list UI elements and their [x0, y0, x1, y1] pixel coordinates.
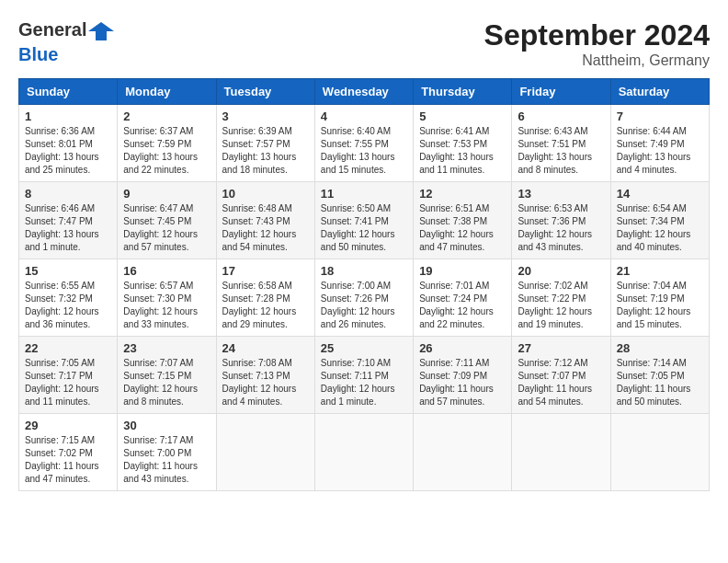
calendar-table: SundayMondayTuesdayWednesdayThursdayFrid… [18, 78, 710, 491]
calendar-week-2: 8Sunrise: 6:46 AM Sunset: 7:47 PM Daylig… [19, 182, 710, 259]
day-info: Sunrise: 7:04 AM Sunset: 7:19 PM Dayligh… [617, 280, 703, 331]
day-info: Sunrise: 7:05 AM Sunset: 7:17 PM Dayligh… [25, 357, 111, 408]
month-year-title: September 2024 [484, 18, 710, 52]
day-number: 21 [617, 264, 703, 278]
weekday-header-sunday: Sunday [19, 79, 118, 105]
weekday-header-thursday: Thursday [414, 79, 512, 105]
calendar-cell: 7Sunrise: 6:44 AM Sunset: 7:49 PM Daylig… [610, 105, 709, 182]
day-info: Sunrise: 6:57 AM Sunset: 7:30 PM Dayligh… [123, 280, 210, 331]
day-info: Sunrise: 7:11 AM Sunset: 7:09 PM Dayligh… [419, 357, 506, 408]
day-info: Sunrise: 7:07 AM Sunset: 7:15 PM Dayligh… [123, 357, 210, 408]
day-number: 30 [123, 419, 210, 432]
day-number: 2 [123, 109, 210, 123]
calendar-cell [512, 414, 610, 491]
day-info: Sunrise: 7:08 AM Sunset: 7:13 PM Dayligh… [222, 357, 309, 408]
day-info: Sunrise: 6:55 AM Sunset: 7:32 PM Dayligh… [25, 280, 111, 331]
calendar-week-3: 15Sunrise: 6:55 AM Sunset: 7:32 PM Dayli… [19, 259, 710, 337]
day-number: 19 [419, 264, 506, 278]
day-number: 23 [123, 341, 210, 355]
calendar-cell: 30Sunrise: 7:17 AM Sunset: 7:00 PM Dayli… [118, 414, 216, 491]
day-number: 7 [617, 109, 703, 123]
day-info: Sunrise: 6:40 AM Sunset: 7:55 PM Dayligh… [321, 125, 407, 177]
day-number: 28 [617, 341, 703, 355]
day-number: 24 [222, 341, 309, 355]
calendar-cell [216, 414, 314, 491]
calendar-cell: 27Sunrise: 7:12 AM Sunset: 7:07 PM Dayli… [512, 337, 610, 414]
calendar-cell: 16Sunrise: 6:57 AM Sunset: 7:30 PM Dayli… [118, 259, 216, 337]
calendar-cell: 22Sunrise: 7:05 AM Sunset: 7:17 PM Dayli… [19, 337, 118, 414]
calendar-cell: 14Sunrise: 6:54 AM Sunset: 7:34 PM Dayli… [610, 182, 709, 259]
day-info: Sunrise: 6:48 AM Sunset: 7:43 PM Dayligh… [222, 202, 309, 254]
calendar-cell: 15Sunrise: 6:55 AM Sunset: 7:32 PM Dayli… [19, 259, 118, 337]
logo-general: General [18, 19, 86, 40]
day-number: 22 [25, 341, 111, 355]
weekday-header-tuesday: Tuesday [216, 79, 314, 105]
calendar-cell: 5Sunrise: 6:41 AM Sunset: 7:53 PM Daylig… [414, 105, 512, 182]
calendar-cell: 9Sunrise: 6:47 AM Sunset: 7:45 PM Daylig… [118, 182, 216, 259]
calendar-cell [314, 414, 413, 491]
day-info: Sunrise: 7:00 AM Sunset: 7:26 PM Dayligh… [321, 280, 407, 331]
day-number: 27 [518, 341, 604, 355]
day-number: 9 [123, 187, 210, 201]
weekday-header-row: SundayMondayTuesdayWednesdayThursdayFrid… [19, 79, 710, 105]
day-number: 1 [25, 109, 111, 123]
calendar-cell: 10Sunrise: 6:48 AM Sunset: 7:43 PM Dayli… [216, 182, 314, 259]
calendar-cell: 8Sunrise: 6:46 AM Sunset: 7:47 PM Daylig… [19, 182, 118, 259]
day-number: 25 [321, 341, 407, 355]
calendar-cell: 23Sunrise: 7:07 AM Sunset: 7:15 PM Dayli… [118, 337, 216, 414]
day-info: Sunrise: 6:53 AM Sunset: 7:36 PM Dayligh… [518, 202, 604, 254]
day-info: Sunrise: 6:58 AM Sunset: 7:28 PM Dayligh… [222, 280, 309, 331]
day-info: Sunrise: 7:14 AM Sunset: 7:05 PM Dayligh… [617, 357, 703, 408]
day-number: 8 [25, 187, 111, 201]
weekday-header-friday: Friday [512, 79, 610, 105]
day-info: Sunrise: 6:39 AM Sunset: 7:57 PM Dayligh… [222, 125, 309, 177]
calendar-cell: 3Sunrise: 6:39 AM Sunset: 7:57 PM Daylig… [216, 105, 314, 182]
calendar-cell: 13Sunrise: 6:53 AM Sunset: 7:36 PM Dayli… [512, 182, 610, 259]
logo-blue: Blue [18, 44, 116, 64]
calendar-cell [610, 414, 709, 491]
calendar-cell: 18Sunrise: 7:00 AM Sunset: 7:26 PM Dayli… [314, 259, 413, 337]
weekday-header-wednesday: Wednesday [314, 79, 413, 105]
day-number: 17 [222, 264, 309, 278]
day-info: Sunrise: 6:36 AM Sunset: 8:01 PM Dayligh… [25, 125, 111, 177]
logo-bird-icon [88, 18, 114, 44]
calendar-cell: 4Sunrise: 6:40 AM Sunset: 7:55 PM Daylig… [314, 105, 413, 182]
day-number: 5 [419, 109, 506, 123]
day-info: Sunrise: 6:44 AM Sunset: 7:49 PM Dayligh… [617, 125, 703, 177]
day-number: 4 [321, 109, 407, 123]
day-number: 6 [518, 109, 604, 123]
day-info: Sunrise: 6:46 AM Sunset: 7:47 PM Dayligh… [25, 202, 111, 254]
calendar-cell: 1Sunrise: 6:36 AM Sunset: 8:01 PM Daylig… [19, 105, 118, 182]
calendar-cell: 29Sunrise: 7:15 AM Sunset: 7:02 PM Dayli… [19, 414, 118, 491]
day-number: 18 [321, 264, 407, 278]
day-number: 16 [123, 264, 210, 278]
day-number: 12 [419, 187, 506, 201]
day-info: Sunrise: 7:17 AM Sunset: 7:00 PM Dayligh… [123, 434, 210, 486]
calendar-cell: 20Sunrise: 7:02 AM Sunset: 7:22 PM Dayli… [512, 259, 610, 337]
day-info: Sunrise: 6:54 AM Sunset: 7:34 PM Dayligh… [617, 202, 703, 254]
day-info: Sunrise: 6:41 AM Sunset: 7:53 PM Dayligh… [419, 125, 506, 177]
title-area: September 2024 Nattheim, Germany [484, 18, 710, 69]
calendar-cell: 26Sunrise: 7:11 AM Sunset: 7:09 PM Dayli… [414, 337, 512, 414]
day-info: Sunrise: 7:10 AM Sunset: 7:11 PM Dayligh… [321, 357, 407, 408]
calendar-week-5: 29Sunrise: 7:15 AM Sunset: 7:02 PM Dayli… [19, 414, 710, 491]
day-number: 13 [518, 187, 604, 201]
day-number: 29 [25, 419, 111, 432]
calendar-cell: 6Sunrise: 6:43 AM Sunset: 7:51 PM Daylig… [512, 105, 610, 182]
calendar-cell: 17Sunrise: 6:58 AM Sunset: 7:28 PM Dayli… [216, 259, 314, 337]
calendar-cell: 28Sunrise: 7:14 AM Sunset: 7:05 PM Dayli… [610, 337, 709, 414]
day-info: Sunrise: 6:37 AM Sunset: 7:59 PM Dayligh… [123, 125, 210, 177]
day-info: Sunrise: 7:02 AM Sunset: 7:22 PM Dayligh… [518, 280, 604, 331]
calendar-cell: 11Sunrise: 6:50 AM Sunset: 7:41 PM Dayli… [314, 182, 413, 259]
day-info: Sunrise: 7:15 AM Sunset: 7:02 PM Dayligh… [25, 434, 111, 486]
day-info: Sunrise: 6:47 AM Sunset: 7:45 PM Dayligh… [123, 202, 210, 254]
day-info: Sunrise: 6:51 AM Sunset: 7:38 PM Dayligh… [419, 202, 506, 254]
day-info: Sunrise: 6:43 AM Sunset: 7:51 PM Dayligh… [518, 125, 604, 177]
calendar-week-4: 22Sunrise: 7:05 AM Sunset: 7:17 PM Dayli… [19, 337, 710, 414]
calendar-cell: 2Sunrise: 6:37 AM Sunset: 7:59 PM Daylig… [118, 105, 216, 182]
day-number: 3 [222, 109, 309, 123]
day-number: 11 [321, 187, 407, 201]
logo: General Blue [18, 18, 116, 64]
calendar-cell: 19Sunrise: 7:01 AM Sunset: 7:24 PM Dayli… [414, 259, 512, 337]
day-number: 20 [518, 264, 604, 278]
